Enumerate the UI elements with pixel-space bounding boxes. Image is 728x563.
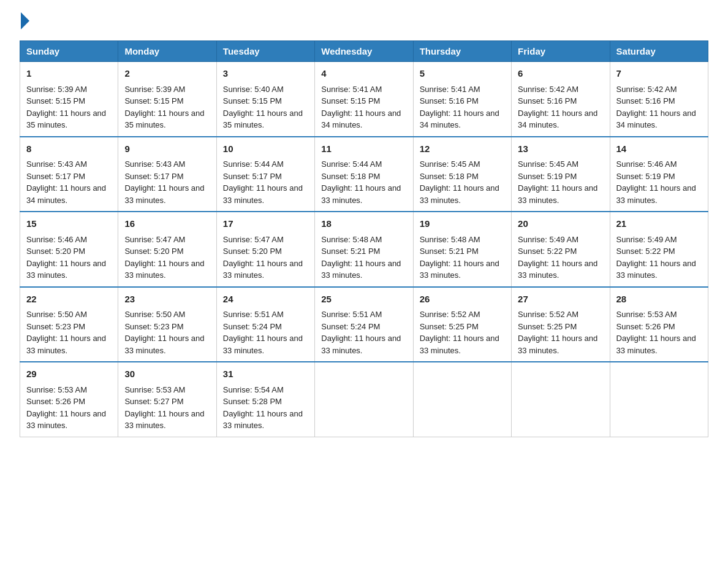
day-number: 28 [616, 293, 702, 307]
day-number: 5 [420, 67, 505, 81]
calendar-week-row: 1Sunrise: 5:39 AMSunset: 5:15 PMDaylight… [20, 62, 708, 137]
calendar-table: SundayMondayTuesdayWednesdayThursdayFrid… [20, 40, 708, 437]
sunset-label: Sunset: 5:17 PM [124, 172, 183, 181]
day-number: 15 [26, 217, 112, 231]
day-number: 13 [518, 142, 603, 156]
daylight-label: Daylight: 11 hours and 34 minutes. [26, 183, 106, 205]
sunset-label: Sunset: 5:24 PM [321, 322, 380, 331]
column-header-sunday: Sunday [20, 41, 118, 62]
daylight-label: Daylight: 11 hours and 33 minutes. [223, 183, 303, 205]
daylight-label: Daylight: 11 hours and 34 minutes. [321, 109, 401, 130]
day-number: 25 [321, 293, 406, 307]
calendar-week-row: 15Sunrise: 5:46 AMSunset: 5:20 PMDayligh… [20, 212, 708, 287]
sunrise-label: Sunrise: 5:50 AM [26, 310, 87, 319]
sunset-label: Sunset: 5:15 PM [124, 96, 183, 105]
day-number: 8 [26, 142, 112, 156]
calendar-cell [610, 362, 708, 437]
calendar-cell: 21Sunrise: 5:49 AMSunset: 5:22 PMDayligh… [610, 212, 708, 287]
sunset-label: Sunset: 5:21 PM [321, 247, 380, 256]
sunset-label: Sunset: 5:25 PM [518, 322, 577, 331]
day-number: 30 [124, 367, 210, 381]
daylight-label: Daylight: 11 hours and 33 minutes. [124, 259, 204, 280]
daylight-label: Daylight: 11 hours and 33 minutes. [321, 183, 401, 205]
sunrise-label: Sunrise: 5:49 AM [518, 235, 578, 244]
day-number: 16 [124, 217, 210, 231]
calendar-cell: 20Sunrise: 5:49 AMSunset: 5:22 PMDayligh… [512, 212, 610, 287]
calendar-cell: 11Sunrise: 5:44 AMSunset: 5:18 PMDayligh… [315, 137, 413, 212]
column-header-monday: Monday [118, 41, 216, 62]
calendar-cell: 25Sunrise: 5:51 AMSunset: 5:24 PMDayligh… [315, 287, 413, 362]
day-number: 4 [321, 67, 406, 81]
sunset-label: Sunset: 5:19 PM [518, 172, 577, 181]
sunrise-label: Sunrise: 5:47 AM [223, 235, 284, 244]
calendar-cell: 8Sunrise: 5:43 AMSunset: 5:17 PMDaylight… [20, 137, 118, 212]
daylight-label: Daylight: 11 hours and 34 minutes. [518, 109, 597, 130]
daylight-label: Daylight: 11 hours and 33 minutes. [616, 259, 696, 280]
daylight-label: Daylight: 11 hours and 33 minutes. [26, 334, 106, 355]
sunrise-label: Sunrise: 5:50 AM [124, 310, 185, 319]
sunrise-label: Sunrise: 5:46 AM [616, 159, 677, 169]
sunset-label: Sunset: 5:21 PM [420, 247, 479, 256]
sunrise-label: Sunrise: 5:40 AM [223, 85, 284, 94]
calendar-cell [512, 362, 610, 437]
calendar-week-row: 22Sunrise: 5:50 AMSunset: 5:23 PMDayligh… [20, 287, 708, 362]
daylight-label: Daylight: 11 hours and 33 minutes. [223, 334, 303, 355]
calendar-cell: 23Sunrise: 5:50 AMSunset: 5:23 PMDayligh… [118, 287, 216, 362]
day-number: 24 [223, 293, 308, 307]
day-number: 11 [321, 142, 406, 156]
calendar-cell: 13Sunrise: 5:45 AMSunset: 5:19 PMDayligh… [512, 137, 610, 212]
sunrise-label: Sunrise: 5:43 AM [124, 159, 185, 169]
logo-triangle-icon [21, 12, 29, 29]
day-number: 26 [420, 293, 505, 307]
sunset-label: Sunset: 5:20 PM [223, 247, 282, 256]
sunset-label: Sunset: 5:24 PM [223, 322, 282, 331]
daylight-label: Daylight: 11 hours and 33 minutes. [124, 409, 204, 431]
day-number: 7 [616, 67, 702, 81]
sunrise-label: Sunrise: 5:48 AM [321, 235, 382, 244]
sunrise-label: Sunrise: 5:41 AM [321, 85, 382, 94]
calendar-cell: 10Sunrise: 5:44 AMSunset: 5:17 PMDayligh… [216, 137, 314, 212]
daylight-label: Daylight: 11 hours and 35 minutes. [223, 109, 303, 130]
calendar-header-row: SundayMondayTuesdayWednesdayThursdayFrid… [20, 41, 708, 62]
sunrise-label: Sunrise: 5:53 AM [26, 385, 87, 394]
daylight-label: Daylight: 11 hours and 33 minutes. [616, 183, 696, 205]
sunset-label: Sunset: 5:28 PM [223, 397, 282, 406]
daylight-label: Daylight: 11 hours and 33 minutes. [124, 183, 204, 205]
calendar-cell: 27Sunrise: 5:52 AMSunset: 5:25 PMDayligh… [512, 287, 610, 362]
calendar-cell: 19Sunrise: 5:48 AMSunset: 5:21 PMDayligh… [413, 212, 511, 287]
day-number: 27 [518, 293, 603, 307]
day-number: 1 [26, 67, 112, 81]
sunset-label: Sunset: 5:15 PM [321, 96, 380, 105]
day-number: 20 [518, 217, 603, 231]
calendar-cell: 7Sunrise: 5:42 AMSunset: 5:16 PMDaylight… [610, 62, 708, 137]
column-header-tuesday: Tuesday [216, 41, 314, 62]
sunrise-label: Sunrise: 5:48 AM [420, 235, 480, 244]
day-number: 14 [616, 142, 702, 156]
daylight-label: Daylight: 11 hours and 33 minutes. [420, 183, 499, 205]
sunrise-label: Sunrise: 5:49 AM [616, 235, 677, 244]
calendar-cell: 4Sunrise: 5:41 AMSunset: 5:15 PMDaylight… [315, 62, 413, 137]
sunset-label: Sunset: 5:17 PM [26, 172, 85, 181]
daylight-label: Daylight: 11 hours and 33 minutes. [321, 334, 401, 355]
calendar-cell: 24Sunrise: 5:51 AMSunset: 5:24 PMDayligh… [216, 287, 314, 362]
calendar-cell: 1Sunrise: 5:39 AMSunset: 5:15 PMDaylight… [20, 62, 118, 137]
calendar-cell: 22Sunrise: 5:50 AMSunset: 5:23 PMDayligh… [20, 287, 118, 362]
sunset-label: Sunset: 5:18 PM [321, 172, 380, 181]
day-number: 12 [420, 142, 505, 156]
day-number: 10 [223, 142, 308, 156]
calendar-week-row: 8Sunrise: 5:43 AMSunset: 5:17 PMDaylight… [20, 137, 708, 212]
daylight-label: Daylight: 11 hours and 33 minutes. [518, 183, 597, 205]
column-header-thursday: Thursday [413, 41, 511, 62]
sunset-label: Sunset: 5:20 PM [26, 247, 85, 256]
daylight-label: Daylight: 11 hours and 33 minutes. [420, 334, 499, 355]
sunset-label: Sunset: 5:22 PM [518, 247, 577, 256]
sunset-label: Sunset: 5:26 PM [26, 397, 85, 406]
calendar-cell: 26Sunrise: 5:52 AMSunset: 5:25 PMDayligh… [413, 287, 511, 362]
calendar-cell: 17Sunrise: 5:47 AMSunset: 5:20 PMDayligh… [216, 212, 314, 287]
sunrise-label: Sunrise: 5:44 AM [223, 159, 284, 169]
sunset-label: Sunset: 5:16 PM [518, 96, 577, 105]
day-number: 22 [26, 293, 112, 307]
sunrise-label: Sunrise: 5:44 AM [321, 159, 382, 169]
sunset-label: Sunset: 5:20 PM [124, 247, 183, 256]
calendar-cell: 18Sunrise: 5:48 AMSunset: 5:21 PMDayligh… [315, 212, 413, 287]
